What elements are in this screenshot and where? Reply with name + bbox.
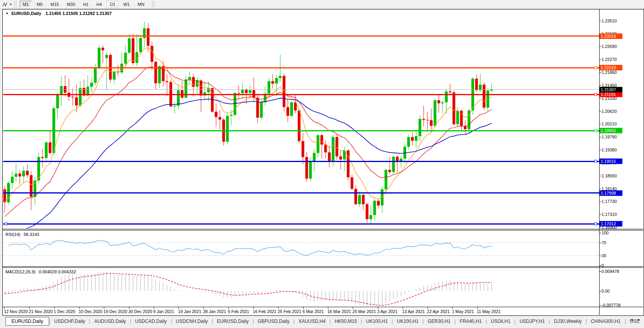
date-label: 12 Nov 2020 [4, 309, 28, 314]
macd-header: MACD(12,26,9) 0.004029 0.004332 [6, 269, 76, 274]
toolbar-grip[interactable] [15, 1, 17, 7]
tab-fra40-h1-12[interactable]: FRA40,H1 [456, 317, 486, 325]
tab-ger30-h1-11[interactable]: GER30,H1 [424, 317, 454, 325]
date-tick-mark [228, 307, 229, 309]
tab-hk50-m15-8[interactable]: HK50,M15 [331, 317, 361, 325]
date-tick-mark [203, 307, 204, 309]
date-label: 16 Mar 2021 [328, 309, 351, 314]
price-line-label: 1.17012 [600, 221, 622, 227]
timeframe-M30[interactable]: M30 [64, 1, 78, 8]
price-tick: 1.18550 [602, 173, 617, 179]
date-label: 19 Dec 2020 [103, 309, 127, 314]
date-tick-mark [129, 307, 129, 309]
cursor-tool-icon[interactable] [2, 2, 8, 7]
date-tick-mark [278, 307, 278, 309]
tab-scroll-left-icon[interactable]: ◄ [630, 318, 635, 322]
price-tick: 1.20620 [602, 109, 617, 114]
date-label: 25 Mar 2021 [352, 309, 376, 314]
price-tick-mark [599, 227, 601, 228]
price-tick-mark [599, 124, 601, 124]
tab-eurusd-daily-5[interactable]: EURUSD,Daily [213, 317, 253, 325]
chart-title-ohlc: 1.21455 1.21505 1.21292 1.21307 [46, 11, 112, 16]
tab-china300-h1-16[interactable]: CHINA300,H1 [587, 317, 625, 325]
date-tick-mark [477, 307, 478, 309]
tab-audusd-daily-2[interactable]: AUDUSD,Daily [90, 317, 130, 325]
tab-xauusd-h4-7[interactable]: XAUUSD,H4 [294, 317, 329, 325]
tab-gbpusd-daily-6[interactable]: GBPUSD,Daily [254, 317, 294, 325]
chart-title: ▼ EURUSD,Daily 1.21455 1.21505 1.21292 1… [6, 11, 112, 16]
date-tick-mark [353, 307, 353, 309]
chart-tab-bar: EURUSD,Daily|USDCHF,Daily|AUDUSD,Daily|U… [0, 316, 644, 326]
main-chart-canvas[interactable] [3, 9, 599, 228]
date-tick-mark [378, 307, 378, 309]
price-tick-mark [599, 150, 601, 150]
tab-usdjpy-h1-14[interactable]: USDJPY,H1 [515, 317, 548, 325]
rsi-label: RSI(14) [6, 232, 20, 237]
date-label: 30 Dec 2020 [129, 309, 153, 314]
timeframe-buttons: M1M5M15M30H1H4D1W1MN [19, 1, 148, 8]
tab-scroll-right-icon[interactable]: ► [637, 318, 642, 322]
date-label: 19 Jan 2021 [178, 309, 201, 314]
price-tick: 1.17310 [602, 212, 617, 217]
cursor-tool-dropdown-icon[interactable]: ▼ [9, 3, 12, 6]
date-tick-mark [403, 307, 403, 309]
price-tick: 1.21860 [602, 70, 617, 75]
date-label: 6 Mar 2021 [303, 309, 324, 314]
tab-usoil-h1-13[interactable]: USOil,H1 [487, 317, 514, 325]
timeframe-M5[interactable]: M5 [33, 1, 46, 8]
tab-uk100-h1-10[interactable]: UK100,H1 [393, 317, 422, 325]
date-tick-mark [29, 307, 29, 309]
rsi-tick-mark [599, 256, 601, 256]
date-label: 25 Feb 2021 [278, 309, 301, 314]
price-tick-mark [599, 98, 601, 99]
price-line-label: 1.17998 [600, 190, 622, 196]
tab-usdcad-daily-3[interactable]: USDCAD,Daily [131, 317, 171, 325]
price-line-label: 1.23019 [600, 33, 622, 39]
symbol-dropdown-icon[interactable]: ▼ [6, 12, 9, 15]
date-label: 16 Feb 2021 [253, 309, 276, 314]
toolbar-grip-2[interactable] [152, 1, 154, 7]
rsi-tick: 70 [602, 240, 606, 245]
date-tick-mark [452, 307, 453, 309]
date-label: 1 May 2021 [452, 309, 474, 314]
rsi-tick-mark [599, 233, 601, 233]
timeframe-M15[interactable]: M15 [47, 1, 62, 8]
rsi-canvas[interactable] [3, 230, 599, 266]
tab-usdcnh-daily-4[interactable]: USDCNH,Daily [172, 317, 212, 325]
timeframe-H4[interactable]: H4 [93, 1, 105, 8]
price-tick-mark [599, 59, 601, 60]
macd-tick-mark [599, 291, 601, 291]
macd-canvas[interactable] [3, 268, 599, 306]
timeframe-D1[interactable]: D1 [107, 1, 118, 8]
price-tick-mark [599, 46, 601, 47]
tab-dj30-weekly-15[interactable]: DJ30,Weekly [550, 317, 585, 325]
macd-bottom-border [3, 307, 643, 307]
price-tick-mark [599, 201, 601, 202]
date-tick-mark [4, 307, 5, 309]
tab-uk100-h1-9[interactable]: UK100,H1 [362, 317, 392, 325]
price-tick-mark [599, 214, 601, 215]
date-label: 13 Apr 2021 [402, 309, 425, 314]
timeframe-H1[interactable]: H1 [80, 1, 92, 8]
timeframe-MN[interactable]: MN [134, 1, 147, 8]
macd-values: 0.004029 0.004332 [39, 269, 76, 274]
price-tick-mark [599, 111, 601, 112]
macd-tick-mark [599, 271, 601, 272]
price-tick: 1.23510 [602, 18, 617, 24]
tab-eurusd-daily-0[interactable]: EURUSD,Daily [6, 317, 49, 326]
timeframe-M1[interactable]: M1 [20, 1, 32, 8]
date-label: 11 May 2021 [477, 309, 501, 314]
tab-usdchf-daily-1[interactable]: USDCHF,Daily [50, 317, 89, 325]
date-label: 21 Nov 2020 [29, 309, 53, 314]
price-tick-mark [599, 176, 601, 176]
macd-label: MACD(12,26,9) [6, 269, 35, 274]
price-tick: 1.22690 [602, 44, 617, 49]
date-label: 3 Apr 2021 [377, 309, 398, 314]
macd-tick: 0.00 [602, 288, 610, 294]
date-tick-mark [303, 307, 304, 309]
timeframe-W1[interactable]: W1 [120, 1, 133, 8]
rsi-tick: 0 [602, 263, 604, 268]
date-tick-mark [253, 307, 254, 309]
date-label: 22 Apr 2021 [427, 309, 450, 314]
date-label: 9 Jan 2021 [153, 309, 174, 314]
